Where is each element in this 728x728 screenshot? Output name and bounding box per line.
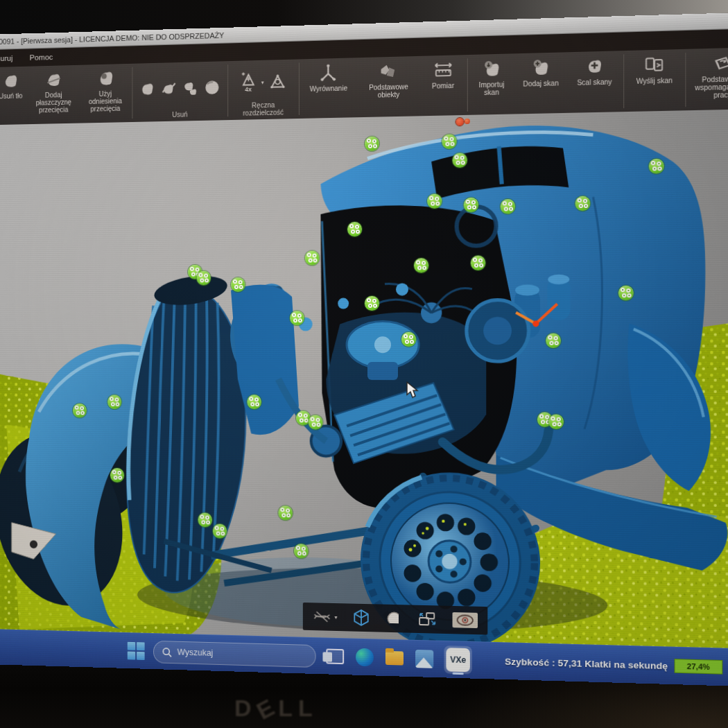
taskbar-status-cluster: Szybkość : 57,31 Klatki na sekundę 27,4%…	[505, 643, 728, 687]
scan-target	[471, 256, 485, 270]
scan-target	[365, 296, 379, 311]
resize-view-button[interactable]	[417, 611, 437, 628]
resolution-badge: 4x	[245, 86, 252, 93]
scan-target	[464, 197, 478, 211]
edge-browser-button[interactable]	[354, 647, 375, 668]
viewport-toolbar: ▾	[303, 603, 487, 635]
red-scan-target	[456, 118, 463, 125]
delete-object-icon[interactable]	[202, 77, 221, 98]
folder-icon	[385, 651, 404, 666]
fps-status: Szybkość : 57,31 Klatki na sekundę	[505, 656, 668, 671]
scan-target	[294, 544, 309, 558]
photos-app-button[interactable]	[414, 648, 435, 670]
merge-scans-icon	[584, 55, 605, 77]
ribbon-dodaj-skan-button[interactable]: Dodaj skan	[515, 52, 567, 114]
ribbon-group-label: Ręczna rozdzielczość	[229, 101, 297, 120]
mouse-cursor	[406, 381, 421, 402]
ribbon-label: Importuj skan	[471, 80, 512, 97]
scan-target	[196, 270, 210, 285]
ribbon-scal-skany-button[interactable]: Scal skany	[566, 51, 622, 113]
photos-icon	[415, 650, 433, 668]
ribbon-label: Użyj odniesienia przecięcia	[82, 89, 128, 113]
scan-target	[575, 196, 590, 211]
add-cut-plane-icon	[45, 69, 62, 90]
scan-target	[442, 134, 457, 149]
delete-patch-icon[interactable]	[139, 78, 156, 99]
ribbon-group-usun: Usuń	[133, 61, 227, 122]
shaded-view-button[interactable]	[385, 610, 402, 627]
ribbon-group-rozdzielczosc: 4x ▾ Ręczna rozdzielczość	[229, 60, 297, 121]
mesh-mode-button[interactable]: ▾	[313, 609, 338, 625]
ribbon-label: Podstawowy wspomagany tok pracy	[689, 74, 728, 100]
ribbon-separator	[227, 64, 228, 116]
scan-target	[278, 505, 293, 520]
ribbon-label: Dodaj skan	[523, 79, 558, 88]
ram-usage-bar: 27,4%	[674, 659, 722, 675]
dell-letter: L	[278, 695, 298, 721]
import-scan-icon	[482, 58, 502, 80]
ribbon-separator	[132, 67, 132, 119]
ribbon-uzyj-odniesienia-button[interactable]: Użyj odniesienia przecięcia	[79, 64, 131, 123]
vxelements-app-button-active[interactable]: VXe	[444, 645, 472, 674]
scan-target	[549, 414, 564, 429]
use-cut-reference-icon	[96, 68, 115, 89]
ribbon-label: Scal skany	[577, 78, 612, 87]
ribbon-tok-pracy-button[interactable]: Podstawowy wspomagany tok pracy	[686, 47, 728, 110]
scan-target	[452, 153, 467, 168]
delete-patches-icon[interactable]	[181, 77, 198, 98]
ribbon-podstawowe-obiekty-button[interactable]: Podstawowe obiekty	[357, 56, 419, 117]
ribbon-wyslij-skan-button[interactable]: Wyślij skan	[625, 49, 684, 112]
scan-target	[365, 137, 379, 151]
edge-icon	[356, 648, 374, 667]
dell-logo: DELL	[234, 695, 318, 722]
ribbon-pomiar-button[interactable]: Pomiar	[420, 55, 467, 116]
task-view-button[interactable]	[324, 645, 345, 667]
monitor-screen: 190091 - [Pierwsza sesja] - LICENCJA DEM…	[0, 12, 728, 687]
alignment-axes-icon	[319, 62, 338, 84]
ribbon-label: Usuń tło	[0, 92, 22, 101]
scan-target	[618, 286, 634, 301]
increase-resolution-icon[interactable]: 4x	[240, 72, 257, 93]
ribbon-wyrownanie-button[interactable]: Wyrównanie	[300, 58, 357, 119]
ribbon-importuj-skan-button[interactable]: Importuj skan	[468, 53, 514, 115]
scan-target	[73, 404, 87, 418]
scan-target	[501, 199, 515, 214]
ribbon-separator	[299, 62, 300, 115]
scan-target	[198, 512, 211, 527]
measure-icon	[433, 60, 453, 81]
chevron-down-icon[interactable]: ▾	[261, 79, 264, 85]
ribbon-separator	[467, 58, 467, 112]
scan-target	[309, 415, 323, 430]
delete-spline-icon[interactable]	[160, 78, 177, 98]
ribbon-separator	[623, 54, 624, 108]
cube-view-button[interactable]	[352, 609, 370, 627]
guided-workflow-icon	[711, 52, 728, 74]
add-scan-icon	[531, 57, 551, 78]
task-view-icon	[326, 649, 344, 665]
ribbon-dodaj-plaszczyzne-button[interactable]: Dodaj płaszczyznę przecięcia	[28, 65, 79, 124]
ribbon-label: Wyślij skan	[636, 76, 673, 85]
start-button[interactable]	[128, 642, 145, 660]
chevron-down-icon[interactable]: ▾	[334, 614, 337, 620]
scan-target	[108, 395, 122, 409]
scan-target	[546, 333, 561, 348]
viewport[interactable]: ▾ Han Para Śred	[0, 109, 728, 649]
ribbon-label: Wyrównanie	[310, 85, 347, 93]
scan-target	[649, 159, 664, 174]
menu-pomoc[interactable]: Pomoc	[30, 53, 53, 62]
scan-target	[213, 523, 227, 538]
ram-percent: 27,4%	[687, 662, 710, 671]
set-resolution-icon[interactable]	[268, 71, 287, 92]
menu-konfiguruj[interactable]: Konfiguruj	[0, 54, 12, 63]
vxelements-icon: VXe	[446, 648, 469, 672]
scan-target	[401, 332, 416, 347]
ribbon-label: Dodaj płaszczyznę przecięcia	[31, 91, 77, 114]
scan-target	[231, 278, 245, 293]
search-input[interactable]: Wyszukaj	[153, 640, 316, 667]
ribbon-usun-tlo-button[interactable]: Usuń tło	[0, 67, 28, 125]
scan-target	[304, 251, 319, 266]
visibility-eye-button[interactable]	[453, 612, 478, 628]
file-explorer-button[interactable]	[384, 648, 405, 669]
dell-letter: D	[234, 695, 257, 721]
search-icon	[162, 647, 172, 657]
